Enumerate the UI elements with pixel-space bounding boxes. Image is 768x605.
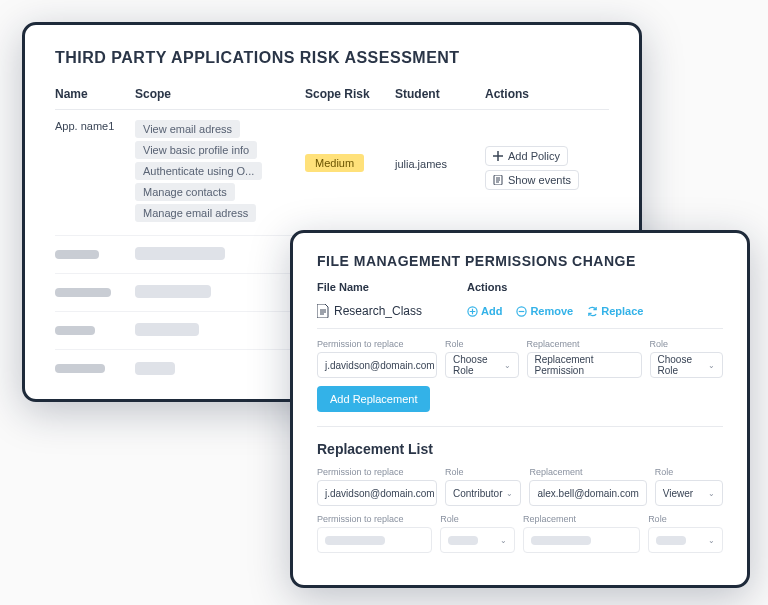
file-icon	[317, 304, 329, 318]
add-policy-label: Add Policy	[508, 150, 560, 162]
scope-chip: Manage email adress	[135, 204, 256, 222]
remove-action[interactable]: Remove	[516, 305, 573, 317]
plus-icon	[493, 151, 503, 161]
show-events-label: Show events	[508, 174, 571, 186]
ghost-input[interactable]	[317, 527, 432, 553]
actions-cell: Add Policy Show events	[485, 120, 605, 194]
scope-chip: View email adress	[135, 120, 240, 138]
chevron-down-icon: ⌄	[504, 361, 511, 370]
chevron-down-icon: ⌄	[708, 489, 715, 498]
risk-badge: Medium	[305, 154, 364, 172]
ghost-input[interactable]	[523, 527, 640, 553]
risk-title: THIRD PARTY APPLICATIONS RISK ASSESSMENT	[55, 49, 609, 67]
filename: Research_Class	[334, 304, 422, 318]
replace-label: Replace	[601, 305, 643, 317]
label-role2: Role	[650, 339, 724, 349]
label-role: Role	[445, 467, 521, 477]
add-replacement-button[interactable]: Add Replacement	[317, 386, 430, 412]
chevron-down-icon: ⌄	[708, 361, 715, 370]
col-actions: Actions	[485, 87, 605, 101]
chevron-down-icon: ⌄	[500, 536, 507, 545]
label-perm-replace: Permission to replace	[317, 339, 437, 349]
col-student: Student	[395, 87, 485, 101]
role-select-2[interactable]: Choose Role⌄	[650, 352, 724, 378]
label-perm-replace: Permission to replace	[317, 467, 437, 477]
document-icon	[493, 175, 503, 185]
show-events-button[interactable]: Show events	[485, 170, 579, 190]
remove-label: Remove	[530, 305, 573, 317]
ghost-select[interactable]: ⌄	[648, 527, 723, 553]
label-role: Role	[440, 514, 515, 524]
label-role: Role	[445, 339, 519, 349]
list-role-select[interactable]: Contributor⌄	[445, 480, 521, 506]
list-replacement-input[interactable]: alex.bell@domain.com	[529, 480, 646, 506]
label-replacement: Replacement	[529, 467, 646, 477]
label-role2: Role	[648, 514, 723, 524]
col-name: Name	[55, 87, 135, 101]
label-perm-replace: Permission to replace	[317, 514, 432, 524]
minus-circle-icon	[516, 306, 527, 317]
replacement-input[interactable]: Replacement Permission	[527, 352, 642, 378]
file-permissions-card: FILE MANAGEMENT PERMISSIONS CHANGE File …	[290, 230, 750, 588]
role-select[interactable]: Choose Role⌄	[445, 352, 519, 378]
col-scope: Scope	[135, 87, 305, 101]
label-replacement: Replacement	[527, 339, 642, 349]
app-name: App. name1	[55, 120, 135, 132]
ghost-select[interactable]: ⌄	[440, 527, 515, 553]
perm-title: FILE MANAGEMENT PERMISSIONS CHANGE	[317, 253, 723, 269]
list-role-select-2[interactable]: Viewer⌄	[655, 480, 723, 506]
scope-chip: Authenticate using O...	[135, 162, 262, 180]
list-perm-input[interactable]: j.davidson@domain.com	[317, 480, 437, 506]
table-row: App. name1 View email adress View basic …	[55, 110, 609, 236]
chevron-down-icon: ⌄	[708, 536, 715, 545]
col-fm-actions: Actions	[467, 281, 723, 293]
col-filename: File Name	[317, 281, 467, 293]
scope-chip: View basic profile info	[135, 141, 257, 159]
replace-icon	[587, 306, 598, 317]
label-role2: Role	[655, 467, 723, 477]
label-replacement: Replacement	[523, 514, 640, 524]
chevron-down-icon: ⌄	[506, 489, 513, 498]
col-risk: Scope Risk	[305, 87, 395, 101]
add-label: Add	[481, 305, 502, 317]
add-policy-button[interactable]: Add Policy	[485, 146, 568, 166]
replacement-list-title: Replacement List	[317, 441, 723, 457]
add-action[interactable]: Add	[467, 305, 502, 317]
perm-replace-input[interactable]: j.davidson@domain.com	[317, 352, 437, 378]
scope-chip: Manage contacts	[135, 183, 235, 201]
risk-cell: Medium	[305, 120, 395, 172]
scope-list: View email adress View basic profile inf…	[135, 120, 305, 225]
student-cell: julia.james	[395, 120, 485, 170]
plus-circle-icon	[467, 306, 478, 317]
replace-action[interactable]: Replace	[587, 305, 643, 317]
